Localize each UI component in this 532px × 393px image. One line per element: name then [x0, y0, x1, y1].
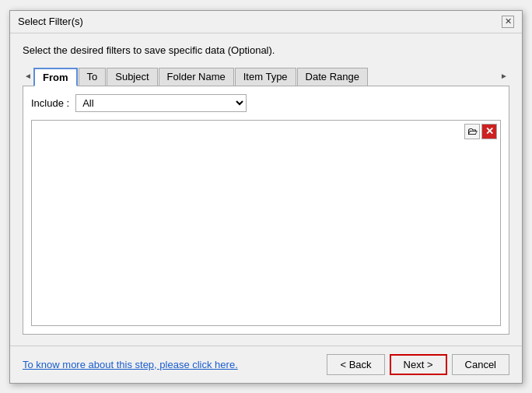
tab-folder-name[interactable]: Folder Name [159, 68, 234, 86]
tab-left-arrow[interactable]: ◄ [23, 68, 33, 85]
include-select[interactable]: All Specific [75, 94, 247, 112]
dialog: Select Filter(s) ✕ Select the desired fi… [9, 10, 523, 384]
next-button[interactable]: Next > [390, 354, 447, 375]
close-dialog-button[interactable]: ✕ [502, 16, 514, 28]
dialog-footer: To know more about this step, please cli… [10, 346, 522, 383]
tab-right-arrow[interactable]: ► [499, 68, 509, 85]
email-list-area: 🗁 ✕ [31, 120, 501, 326]
email-list-toolbar: 🗁 ✕ [464, 124, 497, 139]
dialog-body: Select the desired filters to save speci… [10, 33, 522, 342]
help-link[interactable]: To know more about this step, please cli… [23, 359, 238, 370]
tab-subject[interactable]: Subject [107, 68, 157, 86]
instruction-text: Select the desired filters to save speci… [23, 44, 509, 56]
tab-content-area: Include : All Specific 🗁 ✕ [23, 86, 509, 335]
tab-to[interactable]: To [79, 68, 107, 86]
dialog-title: Select Filter(s) [18, 16, 83, 27]
tabs-container: ◄ From To Subject Folder Name Item Type … [23, 67, 509, 86]
tab-date-range[interactable]: Date Range [297, 68, 368, 86]
tab-item-type[interactable]: Item Type [235, 68, 296, 86]
tabs-wrapper: From To Subject Folder Name Item Type Da… [33, 67, 499, 86]
title-bar: Select Filter(s) ✕ [10, 11, 522, 33]
open-folder-button[interactable]: 🗁 [464, 124, 480, 139]
clear-icon: ✕ [485, 125, 494, 137]
folder-icon: 🗁 [467, 125, 478, 137]
cancel-button[interactable]: Cancel [452, 354, 509, 375]
clear-list-button[interactable]: ✕ [481, 124, 497, 139]
footer-buttons: < Back Next > Cancel [327, 354, 509, 375]
include-label: Include : [31, 97, 69, 109]
tab-from[interactable]: From [33, 68, 78, 86]
include-row: Include : All Specific [31, 94, 501, 112]
back-button[interactable]: < Back [327, 354, 384, 375]
